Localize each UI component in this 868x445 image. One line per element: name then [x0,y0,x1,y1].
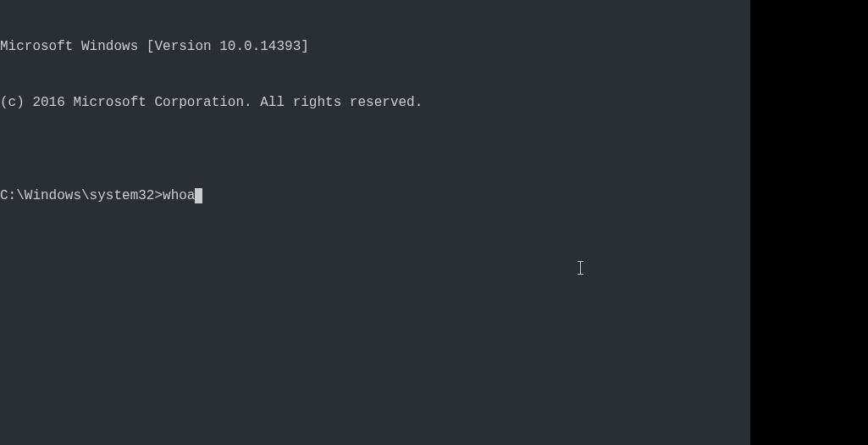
text-cursor [195,188,202,203]
terminal-output-line: Microsoft Windows [Version 10.0.14393] [0,37,750,56]
mouse-ibeam-cursor [580,261,581,275]
terminal-prompt: C:\Windows\system32> [0,186,163,205]
terminal-output-line: (c) 2016 Microsoft Corporation. All righ… [0,93,750,112]
black-bar [750,0,868,445]
terminal-command-input[interactable]: whoa [163,186,195,205]
terminal-prompt-line[interactable]: C:\Windows\system32>whoa [0,186,750,205]
terminal-window[interactable]: Microsoft Windows [Version 10.0.14393] (… [0,0,750,445]
